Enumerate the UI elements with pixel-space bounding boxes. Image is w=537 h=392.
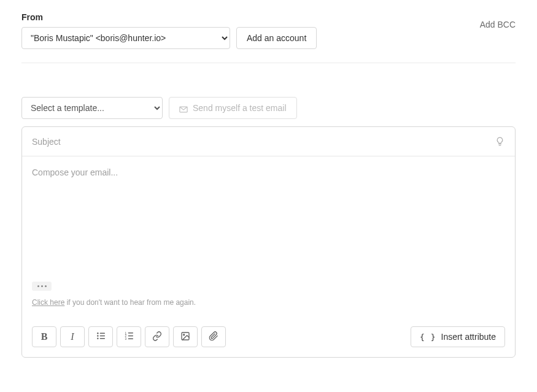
add-account-button[interactable]: Add an account <box>236 27 317 49</box>
subject-input[interactable] <box>32 137 487 147</box>
from-label: From <box>21 12 516 22</box>
svg-rect-8 <box>128 332 133 334</box>
italic-button[interactable]: I <box>60 326 85 347</box>
bold-icon: B <box>41 331 48 342</box>
compose-placeholder: Compose your email... <box>32 167 118 177</box>
unsubscribe-link[interactable]: Click here <box>32 298 64 307</box>
svg-rect-2 <box>99 333 104 334</box>
attachment-button[interactable] <box>201 326 226 347</box>
svg-rect-12 <box>128 338 133 339</box>
insert-attribute-label: Insert attribute <box>441 332 496 342</box>
svg-rect-10 <box>128 336 133 337</box>
svg-rect-4 <box>99 336 104 337</box>
italic-icon: I <box>71 331 74 342</box>
suggestions-icon[interactable] <box>495 136 505 147</box>
link-button[interactable] <box>145 326 169 347</box>
image-icon <box>180 331 190 343</box>
braces-icon: { } <box>420 332 436 342</box>
section-divider <box>21 63 516 63</box>
template-row: Select a template... Send myself a test … <box>21 97 516 119</box>
svg-rect-6 <box>99 338 104 339</box>
compose-area[interactable]: Compose your email... <box>22 156 515 279</box>
from-account-select[interactable]: "Boris Mustapic" <boris@hunter.io> <box>21 27 230 49</box>
svg-point-14 <box>184 334 185 335</box>
template-select[interactable]: Select a template... <box>21 97 163 119</box>
add-bcc-link[interactable]: Add BCC <box>480 20 516 29</box>
unordered-list-button[interactable] <box>88 326 113 347</box>
editor-box: Compose your email... Click here if you … <box>21 126 516 358</box>
signature-dots-button[interactable] <box>32 282 52 291</box>
ordered-list-button[interactable]: 1 2 3 <box>117 326 141 347</box>
svg-point-3 <box>97 335 98 336</box>
svg-point-1 <box>97 332 98 334</box>
paperclip-icon <box>209 331 218 343</box>
svg-point-5 <box>97 338 98 339</box>
unordered-list-icon <box>96 331 106 342</box>
ordered-list-icon: 1 2 3 <box>125 331 134 342</box>
link-icon <box>152 331 162 343</box>
subject-row <box>22 127 515 156</box>
signature-toggle <box>22 279 515 298</box>
bold-button[interactable]: B <box>32 326 56 347</box>
send-test-email-button[interactable]: Send myself a test email <box>169 97 297 119</box>
send-test-email-label: Send myself a test email <box>193 103 287 113</box>
unsubscribe-line: Click here if you don't want to hear fro… <box>22 298 515 319</box>
svg-text:3: 3 <box>125 337 126 340</box>
mail-icon <box>179 105 188 112</box>
unsubscribe-text: if you don't want to hear from me again. <box>64 298 196 307</box>
image-button[interactable] <box>173 326 198 347</box>
from-row: "Boris Mustapic" <boris@hunter.io> Add a… <box>21 27 516 49</box>
editor-toolbar: B I <box>22 319 515 357</box>
insert-attribute-button[interactable]: { } Insert attribute <box>411 326 505 347</box>
